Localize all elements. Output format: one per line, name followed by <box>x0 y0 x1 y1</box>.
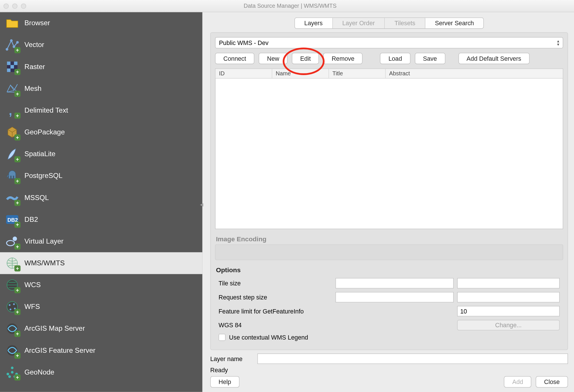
bottom-area: Layer name Ready Help Add Close <box>210 354 568 388</box>
sidebar-item-spatialite[interactable]: SpatiaLite <box>0 143 203 165</box>
contextual-legend-label: Use contextual WMS Legend <box>229 334 308 341</box>
window-title: Data Source Manager | WMS/WMTS <box>10 3 571 9</box>
svg-point-26 <box>11 371 13 374</box>
sidebar-item-arcgis-feature-server[interactable]: ArcGIS Feature Server <box>0 340 203 361</box>
sidebar-item-db2[interactable]: DB2DB2 <box>0 209 203 230</box>
svg-point-18 <box>13 303 15 305</box>
sidebar-item-label: DB2 <box>24 215 38 223</box>
svg-point-3 <box>16 41 19 44</box>
sidebar-item-label: WMS/WMTS <box>24 259 65 267</box>
svg-rect-7 <box>14 62 17 65</box>
globe-lines-icon <box>4 277 20 293</box>
options-section: Options Tile size Request step size <box>215 264 563 345</box>
sidebar-item-delimited-text[interactable]: ,Delimited Text <box>0 99 203 121</box>
svg-rect-8 <box>7 68 10 72</box>
vector-icon <box>4 37 20 53</box>
connect-button[interactable]: Connect <box>215 53 254 64</box>
svg-rect-6 <box>11 65 14 68</box>
load-button[interactable]: Load <box>380 53 410 64</box>
mesh-icon <box>4 81 20 97</box>
sidebar-item-label: WCS <box>24 281 41 289</box>
column-header-title[interactable]: Title <box>329 69 386 78</box>
sidebar-item-raster[interactable]: Raster <box>0 56 203 78</box>
source-type-sidebar: BrowserVectorRasterMesh,Delimited TextGe… <box>0 12 203 392</box>
sidebar-item-virtual-layer[interactable]: Virtual Layer <box>0 230 203 252</box>
feature-limit-input[interactable] <box>457 306 560 317</box>
layers-table-body[interactable] <box>215 79 563 229</box>
sidebar-item-label: GeoNode <box>24 368 54 376</box>
tab-layer-order[interactable]: Layer Order <box>333 18 385 28</box>
sidebar-item-wcs[interactable]: WCS <box>0 274 203 296</box>
svg-point-1 <box>10 39 13 42</box>
tab-tilesets[interactable]: Tilesets <box>385 18 425 28</box>
connection-dropdown[interactable]: Public WMS - Dev ▴▾ <box>215 37 563 48</box>
sidebar-item-label: Raster <box>24 63 45 70</box>
tab-server-search[interactable]: Server Search <box>425 18 483 28</box>
layer-name-input[interactable] <box>257 354 568 364</box>
column-header-name[interactable]: Name <box>272 69 329 78</box>
save-button[interactable]: Save <box>415 53 445 64</box>
sidebar-item-label: Mesh <box>24 85 42 92</box>
close-window-icon[interactable] <box>3 3 9 8</box>
sidebar-item-mssql[interactable]: MSSQL <box>0 187 203 209</box>
svg-point-12 <box>7 240 14 246</box>
sidebar-item-label: Browser <box>24 19 50 27</box>
layers-table[interactable]: IDNameTitleAbstract <box>215 68 563 229</box>
sidebar-item-label: PostgreSQL <box>24 172 62 180</box>
sidebar-item-arcgis-map-server[interactable]: ArcGIS Map Server <box>0 318 203 340</box>
layers-table-header: IDNameTitleAbstract <box>215 69 563 79</box>
edit-button[interactable]: Edit <box>292 53 319 64</box>
sidebar-item-geonode[interactable]: GeoNode <box>0 361 203 383</box>
sidebar-item-label: WFS <box>24 303 40 311</box>
feather-icon <box>4 146 20 162</box>
contextual-legend-checkbox[interactable] <box>219 334 225 341</box>
layers-panel: Public WMS - Dev ▴▾ Connect New Edit Rem… <box>210 32 568 350</box>
status-text: Ready <box>210 366 568 373</box>
mssql-icon <box>4 190 20 206</box>
sidebar-item-mesh[interactable]: Mesh <box>0 78 203 99</box>
geopackage-icon <box>4 124 20 140</box>
step-size-width-input[interactable] <box>335 292 454 303</box>
sidebar-item-label: ArcGIS Feature Server <box>24 346 95 354</box>
new-button[interactable]: New <box>259 53 288 64</box>
add-default-servers-button[interactable]: Add Default Servers <box>458 53 530 64</box>
tile-size-label: Tile size <box>219 280 332 287</box>
remove-button[interactable]: Remove <box>323 53 363 64</box>
globe-dots-icon <box>4 299 20 315</box>
sidebar-item-label: Vector <box>24 41 44 49</box>
svg-point-27 <box>8 375 11 378</box>
add-button[interactable]: Add <box>504 376 531 388</box>
svg-text:,: , <box>9 104 12 117</box>
help-button[interactable]: Help <box>210 376 239 388</box>
layer-name-label: Layer name <box>210 355 254 362</box>
change-crs-button[interactable]: Change... <box>457 320 560 330</box>
sidebar-item-label: SpatiaLite <box>24 150 55 158</box>
sidebar-item-wms-wmts[interactable]: WMS/WMTS <box>0 252 203 274</box>
sidebar-item-wfs[interactable]: WFS <box>0 296 203 318</box>
svg-rect-5 <box>7 62 10 65</box>
tab-layers[interactable]: Layers <box>295 18 333 28</box>
globe-swirl-icon <box>4 321 20 336</box>
window-titlebar: Data Source Manager | WMS/WMTS <box>0 0 574 12</box>
image-encoding-heading: Image Encoding <box>215 234 563 244</box>
svg-point-23 <box>11 366 13 369</box>
tile-size-height-input[interactable] <box>457 278 560 289</box>
pane-resize-grip[interactable]: ◀ <box>200 202 204 206</box>
svg-point-0 <box>6 48 8 51</box>
column-header-id[interactable]: ID <box>215 69 272 78</box>
sidebar-item-vector[interactable]: Vector <box>0 34 203 56</box>
folder-icon <box>4 15 20 31</box>
svg-point-13 <box>13 236 17 241</box>
sidebar-item-geopackage[interactable]: GeoPackage <box>0 121 203 143</box>
sidebar-item-postgresql[interactable]: PostgreSQL <box>0 165 203 187</box>
sidebar-item-browser[interactable]: Browser <box>0 12 203 34</box>
svg-point-24 <box>7 373 9 375</box>
tile-size-width-input[interactable] <box>335 278 454 289</box>
close-button[interactable]: Close <box>536 376 568 388</box>
comma-icon: , <box>4 103 20 118</box>
tabs-container: LayersLayer OrderTilesetsServer Search <box>210 17 568 29</box>
sidebar-item-label: GeoPackage <box>24 128 65 136</box>
column-header-abstract[interactable]: Abstract <box>386 69 551 78</box>
step-size-height-input[interactable] <box>457 292 560 303</box>
step-size-label: Request step size <box>219 294 332 301</box>
